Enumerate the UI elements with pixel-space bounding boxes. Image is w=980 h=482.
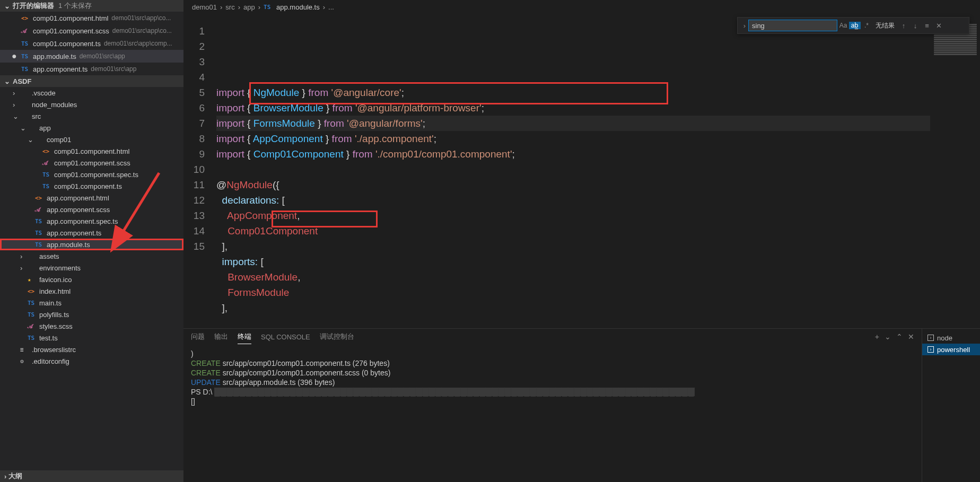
sidebar: ⌄ 打开的编辑器 1 个未保存 <>comp01.component.htmld… — [0, 0, 183, 482]
chevron-icon: ⌄ — [20, 124, 28, 132]
breadcrumb-more[interactable]: ... — [328, 3, 334, 11]
file-icon: <> — [28, 288, 36, 295]
file-path: demo01\src\app — [91, 65, 136, 73]
open-editor-item[interactable]: 𝒜comp01.component.scssdemo01\src\app\co.… — [0, 24, 183, 37]
tree-item[interactable]: 𝒜styles.scss — [0, 320, 183, 332]
tree-item[interactable]: ›assets — [0, 250, 183, 262]
file-name: src — [32, 112, 41, 120]
main: demo01 › src › app › TS app.module.ts › … — [183, 0, 980, 482]
file-icon: TS — [21, 53, 30, 60]
tree-item[interactable]: TStest.ts — [0, 332, 183, 344]
file-name: app.component.spec.ts — [47, 217, 118, 225]
tree-item[interactable]: TSapp.module.ts — [0, 239, 183, 250]
file-name: comp01.component.scss — [33, 27, 109, 35]
file-icon: ⚙ — [20, 358, 29, 365]
open-editor-item[interactable]: ●TSapp.module.tsdemo01\src\app — [0, 50, 183, 63]
open-editor-item[interactable]: TScomp01.component.tsdemo01\src\app\comp… — [0, 37, 183, 50]
find-prev-icon[interactable]: ↑ — [898, 22, 909, 30]
chevron-right-icon: › — [4, 472, 6, 480]
tree-item[interactable]: TSapp.component.spec.ts — [0, 215, 183, 227]
open-editors-title: 打开的编辑器 — [13, 1, 54, 11]
tree-item[interactable]: <>app.component.html — [0, 192, 183, 204]
breadcrumb-seg[interactable]: app — [243, 3, 255, 11]
tree-item[interactable]: ›environments — [0, 262, 183, 274]
find-whole-word-toggle[interactable]: ab̲ — [849, 22, 861, 29]
terminal-label: node — [937, 334, 952, 342]
open-editors-header[interactable]: ⌄ 打开的编辑器 1 个未保存 — [0, 0, 183, 12]
terminal-list-item[interactable]: › powershell — [922, 344, 980, 355]
find-next-icon[interactable]: ↓ — [909, 22, 921, 30]
tree-item[interactable]: ⌄app — [0, 122, 183, 134]
tree-item[interactable]: <>comp01.component.html — [0, 145, 183, 157]
file-tree: ›.vscode›node_modules⌄src⌄app⌄comp01<>co… — [0, 87, 183, 367]
code[interactable]: import { NgModule } from '@angular/core'… — [216, 14, 930, 328]
terminal-side-list: › node › powershell — [922, 329, 980, 482]
tree-item[interactable]: 𝒜app.component.scss — [0, 204, 183, 215]
find-close-icon[interactable]: ✕ — [933, 22, 944, 30]
file-name: .vscode — [32, 89, 56, 97]
panel-tab-debugconsole[interactable]: 调试控制台 — [320, 330, 354, 344]
tree-item[interactable]: ★favicon.ico — [0, 274, 183, 285]
file-icon: <> — [35, 195, 43, 201]
find-expand-icon[interactable]: › — [741, 22, 748, 30]
file-icon: 𝒜 — [35, 206, 43, 213]
panel-tab-output[interactable]: 输出 — [214, 330, 228, 344]
file-icon: ★ — [28, 276, 36, 283]
file-name: comp01.component.ts — [33, 40, 101, 48]
breadcrumb-seg[interactable]: src — [225, 3, 234, 11]
open-editor-item[interactable]: <>comp01.component.htmldemo01\src\app\co… — [0, 12, 183, 24]
file-name: main.ts — [39, 299, 62, 307]
chevron-down-icon: ⌄ — [4, 2, 11, 10]
terminal[interactable]: )CREATE src/app/comp01/comp01.component.… — [183, 345, 922, 482]
breadcrumbs[interactable]: demo01 › src › app › TS app.module.ts › … — [183, 0, 980, 14]
file-icon: TS — [21, 40, 30, 47]
tree-item[interactable]: TSpolyfills.ts — [0, 309, 183, 320]
panel-tab-sqlconsole[interactable]: SQL CONSOLE — [261, 331, 310, 343]
open-editor-item[interactable]: TSapp.component.tsdemo01\src\app — [0, 63, 183, 75]
explorer-header[interactable]: ⌄ ASDF — [0, 75, 183, 87]
file-name: environments — [39, 264, 81, 272]
find-case-toggle[interactable]: Aa — [837, 22, 849, 29]
tree-item[interactable]: ⌄comp01 — [0, 134, 183, 145]
chevron-icon: ⌄ — [28, 136, 35, 144]
outline-header[interactable]: › 大纲 — [0, 470, 183, 482]
find-widget: › Aa ab̲ .* 无结果 ↑ ↓ ≡ ✕ — [737, 17, 969, 34]
chevron-icon: ⌄ — [13, 112, 20, 120]
file-name: assets — [39, 252, 59, 260]
panel-dropdown-icon[interactable]: ⌄ — [885, 332, 891, 341]
tree-item[interactable]: ›node_modules — [0, 99, 183, 110]
tree-item[interactable]: ›.vscode — [0, 87, 183, 99]
file-icon: TS — [28, 300, 36, 306]
breadcrumb-seg[interactable]: demo01 — [192, 3, 217, 11]
panel-tab-problems[interactable]: 问题 — [191, 330, 205, 344]
tree-item[interactable]: <>index.html — [0, 285, 183, 297]
file-path: demo01\src\app — [80, 52, 125, 60]
file-name: comp01.component.html — [54, 147, 129, 155]
tree-item[interactable]: ⚙.editorconfig — [0, 355, 183, 367]
file-icon: 𝒜 — [21, 28, 30, 34]
tree-item[interactable]: 𝒜comp01.component.scss — [0, 157, 183, 169]
panel-left: 问题 输出 终端 SQL CONSOLE 调试控制台 + ⌄ ⌃ ✕ )CREA… — [183, 329, 922, 482]
file-icon: TS — [21, 66, 30, 73]
file-path: demo01\src\app\comp... — [104, 40, 172, 47]
find-input[interactable] — [748, 20, 837, 31]
file-name: app.module.ts — [33, 52, 76, 60]
tree-item[interactable]: ≡.browserslistrc — [0, 344, 183, 355]
code-editor[interactable]: 123456789101112131415 import { NgModule … — [183, 14, 980, 328]
terminal-icon: › — [928, 346, 934, 353]
panel-maximize-icon[interactable]: ⌃ — [896, 332, 903, 341]
minimap[interactable] — [930, 14, 980, 328]
tree-item[interactable]: ⌄src — [0, 110, 183, 122]
tree-item[interactable]: TSapp.component.ts — [0, 227, 183, 239]
panel-add-icon[interactable]: + — [875, 332, 879, 341]
panel-close-icon[interactable]: ✕ — [908, 332, 914, 341]
tree-item[interactable]: TScomp01.component.spec.ts — [0, 169, 183, 180]
tree-item[interactable]: TScomp01.component.ts — [0, 180, 183, 192]
terminal-list-item[interactable]: › node — [922, 332, 980, 344]
chevron-icon: › — [20, 252, 28, 260]
find-selection-icon[interactable]: ≡ — [921, 22, 933, 30]
find-regex-toggle[interactable]: .* — [861, 22, 872, 29]
breadcrumb-file[interactable]: app.module.ts — [276, 3, 320, 11]
tree-item[interactable]: TSmain.ts — [0, 297, 183, 309]
panel-tab-terminal[interactable]: 终端 — [238, 330, 251, 344]
